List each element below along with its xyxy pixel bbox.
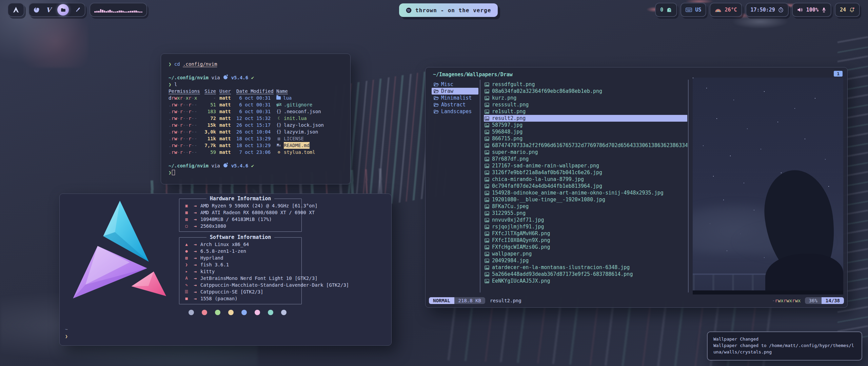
file-row[interactable]: chica-mirando-la-luna-8799.jpg xyxy=(484,176,687,183)
file-row[interactable]: FXfcII0X0AQyn9X.png xyxy=(484,237,687,244)
fetch-info-row: ▣→AMD Ryzen 9 5900X (24) @ 4.9GHz [61.3°… xyxy=(183,202,301,209)
terminal-prompt-line[interactable]: ❯ xyxy=(169,169,343,176)
visualizer-bar xyxy=(139,12,141,13)
file-row[interactable]: 154928-odinokoe_anime-art-anime-okno-sin… xyxy=(484,189,687,196)
pane-divider xyxy=(480,80,480,292)
file-row[interactable]: 20492984.jpg xyxy=(484,257,687,264)
image-file-icon xyxy=(485,204,489,209)
visualizer-bar xyxy=(122,11,124,13)
workspace-vim[interactable]: V xyxy=(45,6,52,13)
sidebar-folder-draw[interactable]: Draw xyxy=(432,88,478,95)
gpu-icon: ▦ xyxy=(183,210,190,215)
list-position-badge: 14/38 xyxy=(822,297,844,304)
image-file-icon xyxy=(485,109,489,114)
listing-row: .rw-r--r--183matt 6 oct 00:31{}.neoconf.… xyxy=(169,108,343,115)
terminal-color-palette xyxy=(189,310,382,315)
palette-dot xyxy=(281,310,287,315)
updates-widget[interactable]: 0 xyxy=(655,3,677,17)
visualizer-bar xyxy=(100,9,102,13)
image-file-icon xyxy=(485,177,489,182)
file-row[interactable]: 587597.jpg xyxy=(484,122,687,128)
file-row[interactable]: re1sult.png xyxy=(484,108,687,115)
palette-dot xyxy=(215,310,220,315)
workspace-files-active[interactable] xyxy=(57,4,69,16)
file-row[interactable]: 87r687df.png xyxy=(484,156,687,162)
prompt-context-line: ~/.config/nvim via v5.4.6 ✔ xyxy=(169,74,343,81)
file-row[interactable]: ressdfgult.png xyxy=(484,81,687,88)
sidebar-folder-abstract[interactable]: Abstract xyxy=(432,101,478,108)
file-manager-window[interactable]: ~/Imagenes/Wallpapers/Draw 1 MiscDrawMin… xyxy=(425,67,848,308)
file-row[interactable]: 0c794faf07de24a4db4d4fb1eb813964.jpg xyxy=(484,183,687,189)
notification-body: Wallpaper changed to /home/matt/.config/… xyxy=(713,342,856,355)
file-row[interactable]: 8FKa7Cu.jpeg xyxy=(484,203,687,210)
image-file-icon xyxy=(485,218,489,222)
visualizer-bar xyxy=(96,11,98,13)
terminal-icon: ▸ xyxy=(183,269,190,274)
file-row[interactable]: EeNKYgIUcAAJ5JX.png xyxy=(484,278,687,284)
clock-widget[interactable]: 17:50:29 xyxy=(746,3,789,17)
terminal-window[interactable]: ❯ cd .config/nvim ~/.config/nvim via v5.… xyxy=(161,54,351,184)
clock-icon xyxy=(778,7,784,13)
file-row[interactable]: atardecer-en-la-montanas-ilustracion-634… xyxy=(484,264,687,271)
speaker-icon xyxy=(797,7,803,13)
listing-row: .rw-r--r--11kmatt18 oct 13:29▤LICENSE xyxy=(169,135,343,142)
folder-open-icon xyxy=(434,109,439,114)
visualizer-bar xyxy=(109,10,111,13)
hardware-info-box: Hardware Information ▣→AMD Ryzen 9 5900X… xyxy=(179,199,302,232)
file-row[interactable]: 5a266e448add93deab367d87173e9f25-6837886… xyxy=(484,271,687,278)
folder-open-icon xyxy=(434,89,439,94)
image-file-icon xyxy=(485,279,489,283)
file-row[interactable]: 3122955.png xyxy=(484,210,687,217)
file-row[interactable]: 596848.jpg xyxy=(484,128,687,135)
sidebar-folder-misc[interactable]: Misc xyxy=(432,81,478,88)
listing-row: .rw-r--r--59matt 7 oct 23:06⚙stylua.toml xyxy=(169,149,343,156)
palette-dot xyxy=(202,310,207,315)
file-row[interactable]: kurz.png xyxy=(484,95,687,101)
software-info-title: Software Information xyxy=(179,234,301,240)
image-file-icon xyxy=(485,96,489,100)
weather-widget[interactable]: 26°C xyxy=(710,3,742,17)
topbar-left: V xyxy=(7,3,147,17)
file-row[interactable]: 19201080-__blue-tinge__-1920×1080.jpg xyxy=(484,196,687,203)
file-row[interactable]: rsjqojlmjhf91.jpg xyxy=(484,223,687,230)
fetch-info-row: ▥→10948MiB / 64183MiB (17%) xyxy=(183,216,301,223)
fetch-shell-prompt[interactable]: ~ ❯ xyxy=(65,326,68,340)
arrow-icon: → xyxy=(190,276,200,281)
workspace-paint[interactable] xyxy=(74,6,81,13)
file-row[interactable]: result2.png xyxy=(484,115,687,122)
kernel-icon: ● xyxy=(183,249,190,253)
keyboard-layout-widget[interactable]: US xyxy=(680,3,706,17)
file-row[interactable]: FXfcJlTXgAMvH6R.png xyxy=(484,230,687,237)
arch-logo-icon xyxy=(12,6,20,14)
notifications-widget[interactable]: 24 xyxy=(835,3,860,17)
file-row[interactable]: 866715.png xyxy=(484,135,687,142)
spotify-icon xyxy=(406,7,412,13)
notification-popup[interactable]: Wallpaper Changed Wallpaper changed to /… xyxy=(707,331,862,361)
file-row[interactable]: resssult.png xyxy=(484,101,687,108)
fetch-info-row: ✎→Catppuccin-Macchiato-Standard-Lavender… xyxy=(183,282,301,288)
file-row[interactable]: 3126f7e9bbf21a8a4af0b67b041c6e26.jpg xyxy=(484,169,687,176)
tab-badge[interactable]: 1 xyxy=(834,71,843,77)
arrow-icon: → xyxy=(190,262,200,267)
sidebar-folder-landscapes[interactable]: Landscapes xyxy=(432,108,478,115)
file-row[interactable]: super-mario.png xyxy=(484,149,687,156)
palette-dot xyxy=(228,310,234,315)
folder-sidebar: MiscDrawMinimalistAbstractLandscapes xyxy=(432,81,478,115)
arrow-icon: → xyxy=(190,210,200,215)
file-row[interactable]: 68747470733a2f2f696d616765732d7769786d70… xyxy=(484,142,687,149)
hardware-info-title: Hardware Information xyxy=(179,196,301,202)
sidebar-folder-minimalist[interactable]: Minimalist xyxy=(432,95,478,101)
file-row[interactable]: 08a634fa02a32364f69ebc86a98eb1eb.png xyxy=(484,88,687,95)
volume-widget[interactable]: 100% xyxy=(792,3,831,17)
file-row[interactable]: FXfcHgcWIAMzs0G.png xyxy=(484,244,687,250)
workspace-firefox[interactable] xyxy=(33,6,40,13)
file-row[interactable]: 217167-sad-anime-rain-wallpaper.png xyxy=(484,162,687,169)
file-row[interactable]: nnvuv0xj2df71.jpg xyxy=(484,217,687,223)
fetch-window[interactable]: Hardware Information ▣→AMD Ryzen 9 5900X… xyxy=(59,194,392,346)
image-file-icon xyxy=(485,150,489,155)
app-launcher-button[interactable] xyxy=(7,3,24,17)
visualizer-bar xyxy=(135,11,137,13)
media-now-playing[interactable]: thrown - on the verge xyxy=(399,3,498,17)
visualizer-bar xyxy=(130,11,132,13)
file-row[interactable]: wallpaper.png xyxy=(484,250,687,257)
